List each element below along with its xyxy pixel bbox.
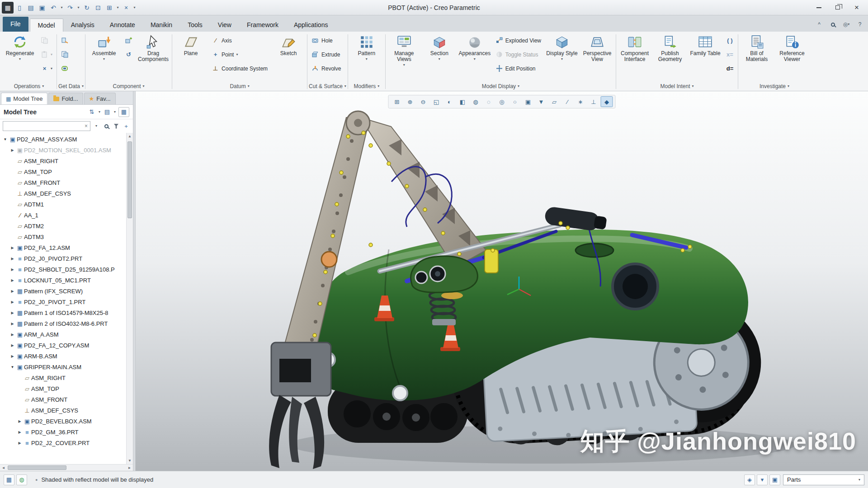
tree-item[interactable]: AA_1 — [0, 210, 126, 221]
tree-item[interactable]: ARM-B.ASM — [0, 351, 126, 361]
plane-display-button[interactable]: ▱ — [548, 96, 561, 107]
extrude-button[interactable]: Extrude — [309, 47, 344, 61]
revolve-button[interactable]: Revolve — [309, 61, 344, 75]
ribbon-group-label-model-intent[interactable]: Model Intent — [618, 81, 736, 91]
expand-arrow-icon[interactable] — [16, 419, 23, 423]
expand-arrow-icon[interactable] — [9, 278, 16, 282]
manage-views-button[interactable]: Manage Views — [387, 33, 421, 81]
ribbon-group-label-investigate[interactable]: Investigate — [740, 81, 809, 91]
redo-button[interactable]: ↷ — [65, 2, 75, 14]
tree-filters-caret[interactable]: ▾ — [97, 107, 102, 117]
axis-button[interactable]: ∕Axis — [209, 33, 270, 47]
copy-geometry-button[interactable] — [58, 47, 71, 61]
close-button[interactable]: × — [847, 1, 866, 14]
user-defined-feature-button[interactable] — [58, 33, 71, 47]
tree-item[interactable]: ASM_TOP — [0, 383, 126, 394]
tab-model[interactable]: Model — [30, 19, 63, 32]
perspective-view-button[interactable]: Perspective View — [580, 33, 614, 81]
zoom-out-button[interactable]: ⊖ — [417, 96, 429, 107]
tab-manikin[interactable]: Manikin — [143, 19, 180, 32]
tree-item[interactable]: ADTM2 — [0, 221, 126, 231]
paste-button[interactable] — [38, 47, 55, 61]
restore-button[interactable] — [828, 1, 847, 14]
tree-item[interactable]: PD2_GM_36.PRT — [0, 427, 126, 437]
minimize-button[interactable] — [809, 1, 828, 14]
clear-search-icon[interactable]: × — [84, 123, 89, 129]
save-button[interactable]: ▣ — [37, 2, 47, 14]
point-display-button[interactable]: ∗ — [575, 96, 587, 107]
add-filter-button[interactable]: + — [122, 121, 130, 131]
scroll-right-icon[interactable]: ► — [126, 466, 133, 470]
ribbon-group-label-model-display[interactable]: Model Display — [387, 81, 614, 91]
customize-caret[interactable]: ▾ — [132, 2, 137, 14]
component-operations-button[interactable]: ↺ — [122, 47, 135, 61]
panel-tab-favorites[interactable]: Fav... — [84, 93, 116, 104]
axis-display-button[interactable]: ∕ — [561, 96, 574, 107]
expand-arrow-icon[interactable] — [9, 343, 16, 347]
undo-button[interactable]: ↶ — [48, 2, 59, 14]
scroll-left-icon[interactable]: ◄ — [0, 466, 7, 470]
refit-view-button[interactable]: ⊞ — [391, 96, 403, 107]
tree-item[interactable]: ADTM3 — [0, 231, 126, 242]
regenerate-button[interactable]: Regenerate — [3, 33, 37, 81]
repaint-button[interactable]: ◱ — [430, 96, 443, 107]
parameters-button[interactable]: ( ) — [723, 33, 736, 47]
tree-item[interactable]: LOCKNUT_05_MC1.PRT — [0, 275, 126, 286]
ribbon-group-label-operations[interactable]: Operations — [3, 81, 55, 91]
hole-button[interactable]: Hole — [309, 33, 344, 47]
options-button[interactable]: ◎ — [841, 19, 852, 29]
create-component-button[interactable] — [122, 33, 135, 47]
capture-image-button[interactable]: ▣ — [522, 96, 534, 107]
expand-arrow-icon[interactable] — [9, 311, 16, 315]
tree-item[interactable]: ASM_TOP — [0, 166, 126, 177]
search-model-caret[interactable]: ▾ — [757, 474, 768, 485]
expand-arrow-icon[interactable] — [9, 257, 16, 261]
find-button[interactable] — [102, 121, 110, 131]
wireframe-button[interactable]: ○ — [509, 96, 521, 107]
tree-item[interactable]: ASM_FRONT — [0, 177, 126, 188]
tree-item[interactable]: PD2_ARM_ASSY.ASM — [0, 134, 126, 145]
assemble-button[interactable]: Assemble — [87, 33, 121, 81]
new-button[interactable]: ▯ — [14, 2, 25, 14]
panel-tab-model-tree[interactable]: Model Tree — [1, 93, 47, 104]
publish-geometry-button[interactable]: Publish Geometry — [653, 33, 687, 81]
delete-button[interactable]: × — [38, 61, 55, 75]
tree-item[interactable]: PD2_J0_PIVOT_1.PRT — [0, 296, 126, 307]
open-button[interactable]: ▤ — [25, 2, 36, 14]
close-tool-button[interactable]: × — [121, 2, 132, 14]
family-table-button[interactable]: Family Table — [688, 33, 722, 81]
expand-arrow-icon[interactable] — [9, 365, 16, 369]
zoom-in-button[interactable]: ⊕ — [404, 96, 416, 107]
tree-item[interactable]: ASM_FRONT — [0, 394, 126, 405]
reference-viewer-button[interactable]: Reference Viewer — [775, 33, 809, 81]
tree-item[interactable]: ASM_RIGHT — [0, 372, 126, 383]
undo-caret[interactable]: ▾ — [59, 2, 64, 14]
expand-arrow-icon[interactable] — [2, 137, 9, 141]
tree-item[interactable]: PD2_FA_12_COPY.ASM — [0, 340, 126, 351]
tree-item[interactable]: PD2_BEVELBOX.ASM — [0, 416, 126, 427]
help-button[interactable]: ? — [854, 19, 865, 29]
expand-arrow-icon[interactable] — [9, 246, 16, 250]
tree-item[interactable]: Pattern (IFX_SCREW) — [0, 286, 126, 296]
tree-item[interactable]: PD2_J2_COVER.PRT — [0, 437, 126, 448]
tree-item[interactable]: ARM_A.ASM — [0, 329, 126, 340]
scroll-thumb[interactable] — [127, 141, 132, 218]
expand-arrow-icon[interactable] — [9, 267, 16, 272]
collapse-ribbon-button[interactable]: ^ — [814, 19, 825, 29]
bill-of-materials-button[interactable]: Bill of Materials — [740, 33, 774, 81]
tab-framework[interactable]: Framework — [239, 19, 286, 32]
tree-item[interactable]: ASM_RIGHT — [0, 155, 126, 166]
pattern-button[interactable]: Pattern — [349, 33, 384, 81]
expand-arrow-icon[interactable] — [9, 354, 16, 358]
tree-horizontal-scrollbar[interactable]: ◄ ► — [0, 464, 133, 471]
tree-item[interactable]: PD2_J0_PIVOT2.PRT — [0, 253, 126, 264]
graphics-area[interactable]: ⊞ ⊕ ⊖ ◱ ◐ ◧ ◍ ◌ ◎ ○ — [136, 91, 868, 471]
scroll-thumb[interactable] — [8, 465, 66, 470]
switch-symbols-button[interactable]: x= — [723, 47, 736, 61]
toggle-status-button[interactable]: Toggle Status — [493, 47, 544, 61]
panel-toggle-button[interactable]: ▦ — [4, 474, 14, 485]
tab-tools[interactable]: Tools — [180, 19, 210, 32]
copy-button[interactable] — [38, 33, 55, 47]
coordinate-system-button[interactable]: ⊥Coordinate System — [209, 61, 270, 75]
panel-tab-folder-browser[interactable]: Fold... — [48, 93, 83, 104]
